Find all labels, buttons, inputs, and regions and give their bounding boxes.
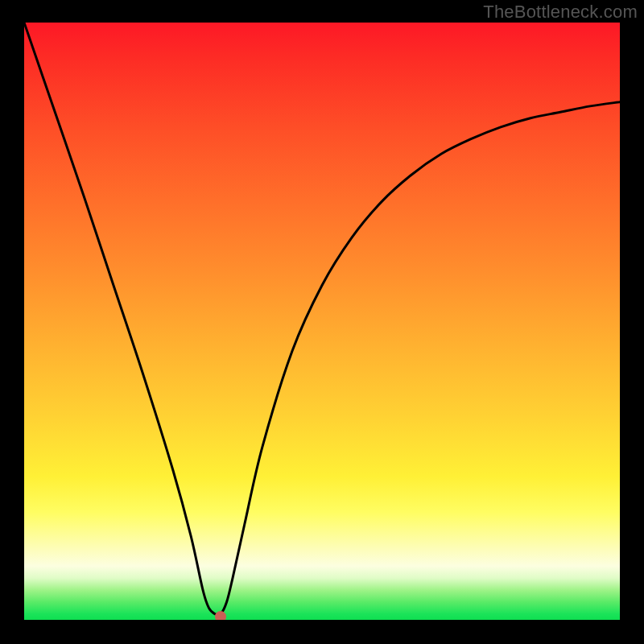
minimum-marker: [215, 611, 226, 620]
plot-area: [24, 23, 620, 620]
watermark-text: TheBottleneck.com: [483, 2, 638, 23]
curve-svg: [24, 23, 620, 620]
chart-frame: TheBottleneck.com: [0, 0, 644, 644]
bottleneck-curve: [24, 23, 620, 615]
